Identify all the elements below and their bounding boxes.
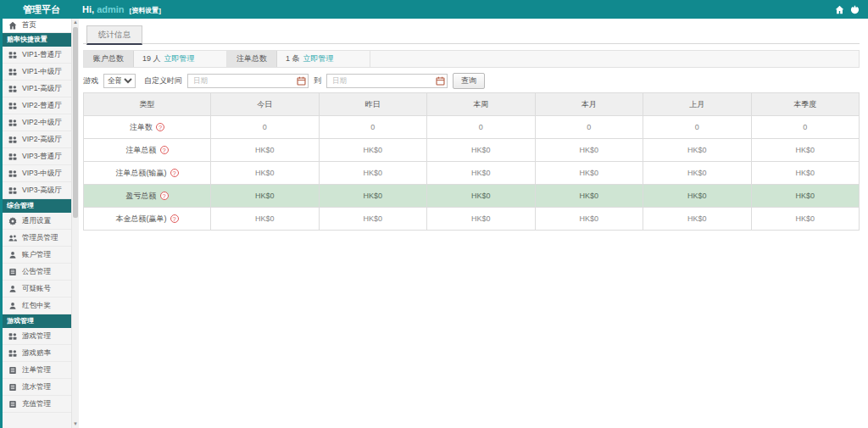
table-cell: HK$0 (751, 139, 860, 162)
sidebar-item-label: 流水管理 (22, 382, 51, 392)
row-label-cell: 盈亏总额? (84, 185, 211, 208)
stat-label: 注单总数 (227, 51, 277, 67)
sidebar-item[interactable]: VIP1-普通厅 (3, 47, 71, 64)
sidebar-item[interactable]: VIP2-中级厅 (3, 114, 71, 131)
table-cell: HK$0 (535, 208, 643, 231)
stat-value-group: 19 人立即管理 (134, 51, 227, 67)
sidebar-item[interactable]: 游戏赔率 (3, 345, 71, 362)
hall-grid-icon (8, 68, 17, 76)
users-icon (8, 234, 17, 242)
help-icon[interactable]: ? (160, 192, 169, 200)
help-icon[interactable]: ? (156, 123, 164, 131)
date-from-wrap (187, 74, 309, 88)
sidebar-item[interactable]: 红包中奖 (3, 297, 71, 314)
sidebar-item-label: 红包中奖 (22, 301, 51, 311)
sidebar-item-label: VIP2-中级厅 (22, 118, 62, 128)
greeting: Hi, admin [资料设置] (79, 4, 161, 15)
table-header-cell: 上月 (643, 93, 752, 116)
calendar-icon[interactable] (436, 76, 445, 86)
sidebar-item-label: VIP1-普通厅 (22, 50, 62, 60)
filter-bar: 游戏 全部 自定义时间 到 查询 (83, 72, 860, 89)
sidebar-item[interactable]: 游戏管理 (3, 328, 71, 345)
sidebar: 首页 赔率快捷设置VIP1-普通厅VIP1-中级厅VIP1-高级厅VIP2-普通… (0, 19, 79, 428)
sidebar-item[interactable]: 账户管理 (3, 247, 71, 264)
help-icon[interactable]: ? (170, 214, 179, 223)
search-button[interactable]: 查询 (453, 73, 485, 89)
table-cell: HK$0 (535, 139, 643, 162)
table-header-cell: 今日 (211, 93, 320, 116)
sidebar-item[interactable]: 可疑账号 (3, 281, 71, 297)
manage-now-link[interactable]: 立即管理 (164, 53, 195, 64)
sidebar-item[interactable]: VIP2-高级厅 (3, 131, 71, 148)
sidebar-item-label: 充值管理 (22, 399, 51, 409)
sidebar-item-label: VIP2-普通厅 (22, 101, 62, 111)
hall-grid-icon (8, 170, 17, 178)
sidebar-item-label: 首页 (22, 20, 36, 31)
table-cell: 0 (211, 116, 320, 139)
table-cell: HK$0 (427, 162, 536, 185)
document-icon (8, 400, 17, 409)
scrollbar-thumb[interactable] (73, 27, 78, 218)
stat-value: 1 条 (286, 53, 300, 64)
tab-bar: 统计信息 (83, 19, 860, 44)
main-content: 统计信息 账户总数19 人立即管理注单总数1 条立即管理 游戏 全部 自定义时间… (79, 19, 868, 428)
game-select[interactable]: 全部 (103, 74, 136, 88)
custom-time-label: 自定义时间 (144, 75, 182, 86)
help-icon[interactable]: ? (170, 169, 179, 177)
table-cell: HK$0 (427, 139, 536, 162)
row-label: 本金总额(赢单) (116, 214, 167, 225)
help-icon[interactable]: ? (160, 146, 169, 154)
hall-grid-icon (8, 186, 17, 195)
sidebar-item[interactable]: 公告管理 (3, 264, 71, 281)
sidebar-item[interactable]: VIP3-高级厅 (3, 182, 71, 199)
stat-value-group: 1 条立即管理 (277, 51, 370, 67)
row-label-cell: 注单总额? (84, 139, 211, 162)
calendar-icon[interactable] (297, 76, 306, 86)
power-icon[interactable] (850, 5, 860, 14)
sidebar-item-label: 可疑账号 (22, 284, 51, 294)
sidebar-item-label: 公告管理 (22, 267, 51, 277)
sidebar-item[interactable]: 通用设置 (3, 213, 71, 230)
scroll-down-arrow[interactable]: ▼ (72, 420, 79, 428)
sidebar-item[interactable]: VIP3-普通厅 (3, 148, 71, 165)
hall-grid-icon (8, 332, 17, 341)
table-header-cell: 类型 (84, 93, 211, 116)
tab-statistics[interactable]: 统计信息 (86, 25, 142, 45)
table-cell: 0 (751, 116, 860, 139)
table-body: 注单数?000000注单总额?HK$0HK$0HK$0HK$0HK$0HK$0注… (84, 116, 860, 231)
sidebar-item-label: 通用设置 (22, 216, 51, 226)
hall-grid-icon (8, 153, 17, 161)
hall-grid-icon (8, 119, 17, 127)
row-label-cell: 注单数? (84, 116, 211, 139)
document-icon (8, 383, 17, 392)
app-title: 管理平台 (0, 3, 79, 16)
sidebar-item[interactable]: 注单管理 (3, 362, 71, 379)
scroll-up-arrow[interactable]: ▲ (72, 19, 79, 26)
sidebar-item[interactable]: VIP1-中级厅 (3, 64, 71, 81)
table-cell: HK$0 (319, 208, 427, 231)
sidebar-item[interactable]: 充值管理 (3, 396, 71, 413)
sidebar-item[interactable]: 流水管理 (3, 379, 71, 396)
hall-grid-icon (8, 136, 17, 144)
profile-settings-link[interactable]: [资料设置] (130, 7, 161, 14)
sidebar-item-home[interactable]: 首页 (3, 19, 71, 33)
table-cell: HK$0 (319, 185, 427, 208)
table-header-cell: 本月 (535, 93, 643, 116)
sidebar-item[interactable]: 管理员管理 (3, 230, 71, 247)
sidebar-item[interactable]: VIP1-高级厅 (3, 81, 71, 97)
date-from-input[interactable] (187, 74, 309, 88)
sidebar-item-label: 游戏赔率 (22, 348, 51, 359)
table-cell: HK$0 (751, 208, 860, 231)
table-cell: HK$0 (211, 162, 320, 185)
sidebar-item[interactable]: VIP2-普通厅 (3, 97, 71, 114)
date-to-input[interactable] (326, 74, 448, 88)
table-cell: HK$0 (319, 139, 427, 162)
table-cell: HK$0 (751, 162, 860, 185)
sidebar-item[interactable]: VIP3-中级厅 (3, 165, 71, 182)
row-label: 注单数 (130, 122, 153, 133)
sidebar-scrollbar[interactable]: ▲ ▼ (71, 19, 79, 428)
home-icon[interactable] (835, 5, 844, 14)
manage-now-link[interactable]: 立即管理 (303, 53, 334, 64)
hall-grid-icon (8, 85, 17, 93)
table-row: 注单总额?HK$0HK$0HK$0HK$0HK$0HK$0 (84, 139, 860, 162)
